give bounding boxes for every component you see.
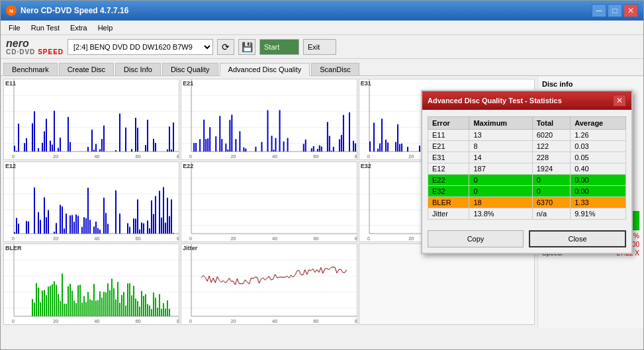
- table-row: E32 0 0 0.00: [428, 186, 626, 197]
- chart-E31-label: E31: [361, 80, 371, 87]
- chart-E32-label: E32: [361, 163, 371, 169]
- row-maximum: 8: [469, 141, 532, 152]
- menu-bar: File Run Test Extra Help: [1, 21, 643, 35]
- tab-bar: Benchmark Create Disc Disc Info Disc Qua…: [1, 59, 643, 76]
- row-maximum: 18: [469, 197, 532, 208]
- cdvd-logo-text: CD·DVD SPEED: [6, 49, 64, 56]
- tab-advanced-disc-quality[interactable]: Advanced Disc Quality: [220, 63, 310, 76]
- chart-Jitter-label: Jitter: [183, 245, 197, 251]
- tab-disc-info[interactable]: Disc Info: [115, 63, 161, 75]
- table-row: BLER 18 6370 1.33: [428, 197, 626, 208]
- stats-buttons: Copy Close: [422, 226, 631, 253]
- row-error: E32: [428, 186, 469, 197]
- disc-info-title: Disc info: [542, 80, 639, 88]
- row-maximum: 14: [469, 152, 532, 163]
- chart-E11-label: E11: [5, 80, 16, 87]
- close-button[interactable]: ✕: [623, 4, 638, 17]
- chart-E21: E21: [181, 79, 357, 160]
- row-total: 228: [532, 152, 571, 163]
- row-average: 0.40: [571, 163, 626, 175]
- title-bar-left: N Nero CD-DVD Speed 4.7.7.16: [6, 5, 128, 16]
- exit-button[interactable]: Exit: [303, 39, 336, 55]
- row-error: E12: [428, 163, 469, 175]
- col-total: Total: [532, 117, 571, 130]
- row-total: 6020: [532, 130, 571, 141]
- row-average: 0.00: [571, 186, 626, 197]
- row-total: 6370: [532, 197, 571, 208]
- row-average: 1.33: [571, 197, 626, 208]
- nero-logo: nero CD·DVD SPEED: [6, 38, 64, 56]
- chart-E11: E11: [3, 79, 179, 160]
- close-dialog-button[interactable]: Close: [529, 230, 626, 247]
- chart-BLER-label: BLER: [5, 245, 22, 251]
- tab-benchmark[interactable]: Benchmark: [3, 63, 58, 75]
- row-error: E22: [428, 175, 469, 186]
- table-row: Jitter 13.8% n/a 9.91%: [428, 208, 626, 220]
- nero-logo-text: nero: [6, 38, 64, 49]
- stats-dialog: Advanced Disc Quality Test - Statistics …: [421, 90, 633, 254]
- stats-table: Error Maximum Total Average E11 13 6020 …: [428, 116, 626, 220]
- row-total: n/a: [532, 208, 571, 220]
- refresh-button[interactable]: ⟳: [217, 39, 234, 55]
- table-row: E12 187 1924 0.40: [428, 163, 626, 175]
- row-average: 1.26: [571, 130, 626, 141]
- row-average: 9.91%: [571, 208, 626, 220]
- chart-E12: E12: [3, 161, 179, 243]
- menu-file[interactable]: File: [3, 22, 26, 33]
- row-total: 1924: [532, 163, 571, 175]
- title-bar: N Nero CD-DVD Speed 4.7.7.16 ─ □ ✕: [1, 1, 643, 21]
- row-maximum: 187: [469, 163, 532, 175]
- title-controls: ─ □ ✕: [592, 4, 638, 17]
- tab-create-disc[interactable]: Create Disc: [59, 63, 114, 75]
- window-title: Nero CD-DVD Speed 4.7.7.16: [21, 6, 128, 15]
- col-error: Error: [428, 117, 469, 130]
- row-maximum: 0: [469, 186, 532, 197]
- col-maximum: Maximum: [469, 117, 532, 130]
- chart-E22: E22: [181, 161, 357, 243]
- menu-run-test[interactable]: Run Test: [26, 22, 65, 33]
- menu-help[interactable]: Help: [93, 22, 118, 33]
- tab-disc-quality[interactable]: Disc Quality: [162, 63, 218, 75]
- save-button[interactable]: 💾: [238, 39, 255, 55]
- start-button[interactable]: Start: [259, 39, 299, 55]
- app-icon: N: [6, 5, 17, 16]
- drive-select[interactable]: [2:4] BENQ DVD DD DW1620 B7W9: [68, 39, 213, 55]
- row-error: E11: [428, 130, 469, 141]
- chart-empty: [359, 243, 535, 325]
- row-average: 0.03: [571, 141, 626, 152]
- row-average: 0.00: [571, 175, 626, 186]
- row-maximum: 13.8%: [469, 208, 532, 220]
- minimize-button[interactable]: ─: [592, 4, 606, 17]
- table-row: E21 8 122 0.03: [428, 141, 626, 152]
- stats-title-bar: Advanced Disc Quality Test - Statistics …: [422, 91, 631, 110]
- toolbar: nero CD·DVD SPEED [2:4] BENQ DVD DD DW16…: [1, 35, 643, 59]
- row-total: 0: [532, 186, 571, 197]
- row-average: 0.05: [571, 152, 626, 163]
- row-error: E31: [428, 152, 469, 163]
- menu-extra[interactable]: Extra: [65, 22, 93, 33]
- stats-title: Advanced Disc Quality Test - Statistics: [428, 97, 562, 105]
- row-total: 122: [532, 141, 571, 152]
- table-row: E11 13 6020 1.26: [428, 130, 626, 141]
- stats-content: Error Maximum Total Average E11 13 6020 …: [422, 110, 631, 226]
- maximize-button[interactable]: □: [608, 4, 622, 17]
- chart-Jitter: Jitter: [181, 243, 357, 325]
- table-row: E31 14 228 0.05: [428, 152, 626, 163]
- tab-scan-disc[interactable]: ScanDisc: [311, 63, 359, 75]
- chart-E21-label: E21: [183, 80, 193, 87]
- row-maximum: 13: [469, 130, 532, 141]
- row-maximum: 0: [469, 175, 532, 186]
- row-total: 0: [532, 175, 571, 186]
- chart-BLER: BLER: [3, 243, 179, 325]
- row-error: E21: [428, 141, 469, 152]
- chart-E12-label: E12: [5, 163, 16, 169]
- row-error: Jitter: [428, 208, 469, 220]
- table-row: E22 0 0 0.00: [428, 175, 626, 186]
- chart-E22-label: E22: [183, 163, 193, 169]
- copy-button[interactable]: Copy: [428, 230, 524, 247]
- col-average: Average: [571, 117, 626, 130]
- main-window: N Nero CD-DVD Speed 4.7.7.16 ─ □ ✕ File …: [0, 0, 644, 350]
- stats-close-x-button[interactable]: ✕: [613, 95, 626, 107]
- row-error: BLER: [428, 197, 469, 208]
